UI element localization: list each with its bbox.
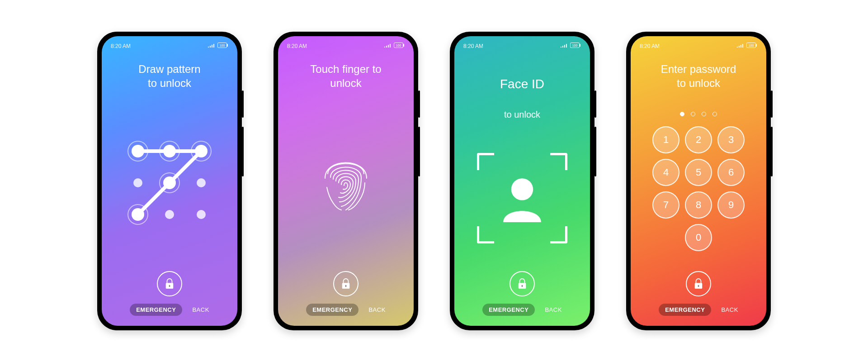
signal-icon: [208, 43, 215, 49]
numeric-keypad: 1 2 3 4 5 6 7 8 9 0: [652, 126, 745, 251]
svg-point-9: [133, 178, 142, 187]
svg-text:100: 100: [749, 44, 754, 47]
svg-point-8: [195, 145, 208, 157]
svg-point-6: [163, 145, 176, 157]
frame-corner-icon: [550, 153, 567, 170]
svg-rect-34: [698, 285, 699, 287]
svg-point-27: [511, 178, 533, 200]
lock-icon: [686, 271, 711, 296]
lockscreen-fingerprint: 8:20 AM 100 Touch finger to unlock: [278, 36, 414, 326]
status-time: 8:20 AM: [111, 43, 131, 49]
phone-mockup-fingerprint: 8:20 AM 100 Touch finger to unlock: [274, 32, 418, 330]
svg-rect-29: [522, 285, 523, 287]
lock-icon: [333, 271, 359, 296]
svg-rect-25: [580, 44, 580, 47]
svg-point-16: [197, 210, 206, 219]
emergency-button[interactable]: EMERGENCY: [482, 304, 535, 316]
emergency-button[interactable]: EMERGENCY: [130, 304, 182, 316]
svg-text:100: 100: [220, 44, 225, 47]
status-time: 8:20 AM: [287, 43, 307, 49]
frame-corner-icon: [550, 226, 567, 243]
keypad-3[interactable]: 3: [717, 126, 745, 153]
lockscreen-faceid: 8:20 AM 100 Face ID to unlock: [454, 36, 590, 326]
status-bar: 8:20 AM 100: [278, 36, 414, 49]
frame-corner-icon: [477, 226, 494, 243]
signal-icon: [560, 43, 567, 49]
back-button[interactable]: BACK: [368, 306, 385, 313]
svg-point-12: [197, 178, 206, 187]
signal-icon: [384, 43, 391, 49]
battery-icon: 100: [394, 43, 405, 49]
svg-point-4: [132, 145, 144, 157]
keypad-4[interactable]: 4: [652, 159, 679, 186]
battery-icon: 100: [217, 43, 228, 49]
lockscreen-pattern: 8:20 AM 100 Draw pattern to unlock: [102, 36, 237, 326]
keypad-7[interactable]: 7: [652, 191, 679, 219]
phone-mockup-pattern: 8:20 AM 100 Draw pattern to unlock: [97, 32, 242, 330]
status-bar: 8:20 AM 100: [454, 36, 590, 49]
pin-dot: [680, 112, 684, 116]
unlock-prompt: Enter password to unlock: [631, 49, 766, 92]
keypad-8[interactable]: 8: [685, 191, 712, 219]
keypad-6[interactable]: 6: [717, 159, 745, 186]
svg-rect-31: [756, 44, 757, 47]
battery-icon: 100: [746, 43, 757, 49]
back-button[interactable]: BACK: [192, 306, 209, 313]
unlock-prompt: Face ID to unlock: [454, 49, 590, 125]
back-button[interactable]: BACK: [721, 306, 738, 313]
keypad-5[interactable]: 5: [685, 159, 712, 186]
status-time: 8:20 AM: [640, 43, 660, 49]
emergency-button[interactable]: EMERGENCY: [306, 304, 359, 316]
back-button[interactable]: BACK: [545, 306, 561, 313]
fingerprint-sensor[interactable]: [319, 151, 373, 214]
svg-rect-18: [169, 285, 170, 287]
svg-point-11: [163, 176, 176, 189]
svg-rect-23: [345, 285, 347, 287]
status-bar: 8:20 AM 100: [102, 36, 237, 49]
svg-point-14: [132, 208, 144, 221]
lock-icon: [509, 271, 535, 296]
svg-rect-20: [403, 44, 404, 47]
phone-mockup-faceid: 8:20 AM 100 Face ID to unlock: [450, 32, 594, 330]
pin-dot: [702, 112, 706, 116]
frame-corner-icon: [477, 153, 494, 170]
person-icon: [497, 172, 547, 224]
unlock-prompt: Draw pattern to unlock: [102, 49, 237, 95]
emergency-button[interactable]: EMERGENCY: [659, 304, 711, 316]
keypad-2[interactable]: 2: [685, 126, 712, 153]
svg-point-15: [165, 210, 174, 219]
battery-icon: 100: [570, 43, 581, 49]
svg-rect-1: [227, 44, 228, 47]
pattern-grid[interactable]: [124, 138, 215, 228]
status-time: 8:20 AM: [463, 43, 483, 49]
signal-icon: [736, 43, 744, 49]
phone-mockup-password: 8:20 AM 100 Enter password to unlock 1 2…: [626, 32, 771, 330]
unlock-prompt: Touch finger to unlock: [278, 49, 414, 95]
lock-icon: [157, 271, 182, 296]
keypad-9[interactable]: 9: [717, 191, 745, 219]
pin-progress: [680, 112, 717, 116]
face-scan-frame[interactable]: [477, 153, 567, 243]
pin-dot: [691, 112, 695, 116]
pin-dot: [712, 112, 717, 116]
status-bar: 8:20 AM 100: [631, 36, 766, 49]
keypad-1[interactable]: 1: [652, 126, 679, 153]
svg-text:100: 100: [396, 44, 401, 47]
keypad-0[interactable]: 0: [685, 224, 712, 251]
svg-text:100: 100: [572, 44, 578, 47]
lockscreen-password: 8:20 AM 100 Enter password to unlock 1 2…: [631, 36, 766, 326]
